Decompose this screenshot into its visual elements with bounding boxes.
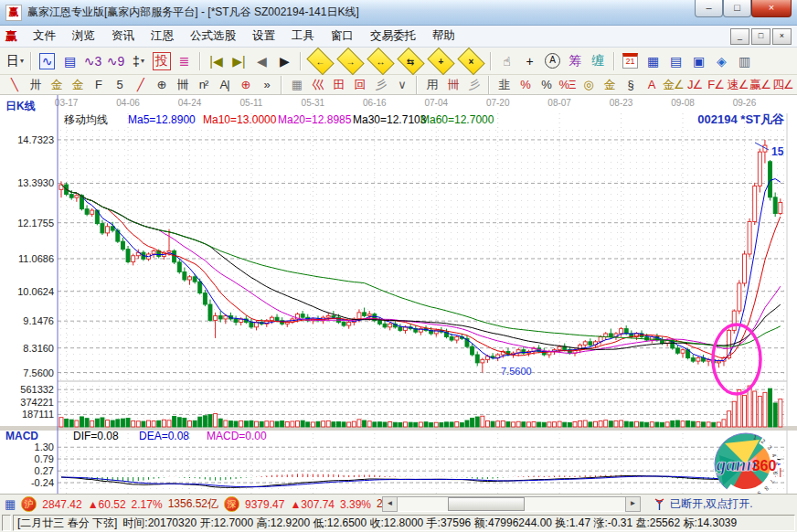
menu-item-7[interactable]: 窗口 (323, 27, 362, 45)
j-angle-icon[interactable]: J∠ (685, 76, 705, 93)
chip-distribution-icon[interactable]: 筹 (565, 50, 586, 71)
pan-hand-icon[interactable]: ☝ (496, 50, 517, 71)
speed-rays-icon[interactable]: 巛 (308, 76, 327, 93)
dropdown-arrow-icon[interactable]: ▾ (141, 57, 144, 65)
f-angle-icon[interactable]: F∠ (707, 76, 726, 93)
box-grid-icon[interactable]: ▦ (287, 76, 306, 93)
volume-bar (455, 421, 459, 427)
scroll-right-button[interactable]: ► (625, 496, 641, 512)
calendar-grid-icon[interactable]: ▦ (5, 497, 16, 511)
a-shape-icon[interactable]: A (642, 76, 661, 93)
menu-item-1[interactable]: 浏览 (64, 27, 103, 45)
menu-item-3[interactable]: 江恩 (143, 27, 182, 45)
network-quotes-icon[interactable]: ◈ (711, 50, 732, 71)
zoom-right-icon[interactable]: → (336, 47, 364, 74)
menu-item-5[interactable]: 设置 (244, 27, 283, 45)
period-day-selector-icon[interactable]: 日▾ (5, 50, 26, 71)
golden-circle-icon[interactable]: ◎ (579, 76, 598, 93)
jump-start-icon[interactable]: |◀ (206, 50, 227, 71)
kline-chart[interactable]: 03-1704-0604-2405-1105-3106-1607-0407-20… (0, 95, 797, 494)
gold-angle-icon[interactable]: 金∠ (663, 76, 684, 93)
mdi-restore-button[interactable]: □ (751, 28, 770, 45)
volume-bar (198, 417, 202, 427)
chart-region[interactable]: 03-1704-0604-2405-1105-3106-1607-0407-20… (0, 95, 797, 494)
brush-tool-icon[interactable]: § (621, 76, 640, 93)
zoom-lens-icon[interactable]: A (542, 50, 563, 71)
scroll-left-button[interactable]: ◄ (382, 496, 398, 512)
mdi-minimize-button[interactable]: _ (730, 28, 749, 45)
info-note-icon[interactable]: ▤ (59, 50, 80, 71)
scrollbar-thumb[interactable] (448, 497, 525, 511)
horizontal-scrollbar[interactable]: ◄ ► (382, 497, 641, 512)
volume-bar (342, 422, 345, 427)
check-lines-icon[interactable]: ∨ (392, 76, 411, 93)
zoom-horizontal-icon[interactable]: ↔ (367, 47, 394, 74)
golden-section-b-icon[interactable]: 金 (68, 76, 87, 93)
golden-section-a-icon[interactable]: 金 (47, 76, 66, 93)
save-disk-icon[interactable]: ▣ (688, 50, 709, 71)
k-pattern-settings-icon[interactable]: 投 (151, 50, 172, 71)
zoom-left-icon[interactable]: ← (306, 47, 334, 74)
menu-item-6[interactable]: 工具 (283, 27, 323, 45)
menu-item-0[interactable]: 文件 (25, 27, 64, 45)
mdi-close-button[interactable]: × (772, 28, 792, 45)
memo-pad-icon[interactable]: ▤ (665, 50, 686, 71)
n-square-icon[interactable]: n² (194, 76, 213, 93)
percent-line-icon[interactable]: % (537, 76, 556, 93)
printer-icon[interactable]: ▥ (734, 50, 755, 71)
draw-pencil-icon[interactable]: ╲ (5, 76, 24, 93)
chan-lines-icon[interactable]: 缠 (588, 50, 609, 71)
volume-profile-icon[interactable]: 韭 (494, 76, 514, 93)
sh-index-value: 2847.42 (42, 498, 81, 511)
connection-text[interactable]: 已断开,双点打开. (670, 496, 753, 512)
wave-9-chart-icon[interactable]: ∿9 (105, 50, 126, 71)
maximize-button[interactable]: □ (723, 0, 751, 17)
swap-view-icon[interactable]: ⇆ (397, 47, 424, 74)
golden-levels-icon[interactable]: 金 (600, 76, 619, 93)
grid-red-icon[interactable]: 卌 (443, 76, 462, 93)
menu-item-4[interactable]: 公式选股 (182, 27, 244, 45)
percent-levels-icon[interactable]: %Ξ (558, 76, 577, 93)
speed-angle-icon[interactable]: 速∠ (728, 76, 749, 93)
compress-all-icon[interactable]: × (457, 47, 484, 74)
dropdown-arrow-icon[interactable]: ▾ (20, 57, 24, 65)
menu-item-2[interactable]: 资讯 (103, 27, 143, 45)
expand-all-icon[interactable]: + (427, 47, 454, 74)
fibonacci-f-icon[interactable]: F (89, 76, 108, 93)
four-angle-icon[interactable]: 四∠ (772, 76, 793, 93)
cycle-circle-icon[interactable]: ⊕ (152, 76, 171, 93)
grid-dark-icon[interactable]: 用 (422, 76, 441, 93)
step-forward-icon[interactable]: ▶ (274, 50, 295, 71)
menu-item-8[interactable]: 交易委托 (362, 27, 424, 45)
ray-fan-icon[interactable]: 彡 (371, 76, 390, 93)
connection-status: 已断开,双点打开. (641, 496, 797, 512)
gann-grid-icon[interactable]: 田 (329, 76, 348, 93)
ray-fan-2-icon[interactable]: 彡 (464, 76, 484, 93)
minimize-button[interactable]: – (695, 0, 723, 17)
color-histogram-icon[interactable]: ≣ (174, 50, 195, 71)
crosshair-icon[interactable]: + (519, 50, 540, 71)
spiral-tool-icon[interactable]: 5 (110, 76, 129, 93)
wave-3-chart-icon[interactable]: ∿3 (82, 50, 103, 71)
golden-section-b-glyph: 金 (72, 77, 83, 93)
percent-line-red-icon[interactable]: % (515, 76, 535, 93)
time-grid-icon[interactable]: 卌 (173, 76, 192, 93)
win-angle-icon[interactable]: 赢∠ (749, 76, 770, 93)
calendar-icon[interactable]: 21 (620, 50, 641, 71)
menu-item-9[interactable]: 帮助 (424, 27, 463, 45)
calculator-icon[interactable]: ▦ (643, 50, 664, 71)
zigzag-overlay-icon[interactable]: ∿ (37, 50, 58, 71)
mini-pencil-icon[interactable]: ╱ (131, 76, 150, 93)
candle-style-icon[interactable]: ‡▾ (128, 50, 149, 71)
angle-mirror-icon[interactable]: A| (215, 76, 234, 93)
gann-wheel-icon[interactable]: ⊕ (236, 76, 255, 93)
scrollbar-track[interactable] (398, 496, 625, 512)
square-spiral-icon[interactable]: 回 (350, 76, 369, 93)
gann-lines-icon[interactable]: 卅 (26, 76, 45, 93)
candle-body (383, 324, 387, 327)
volume-bar (547, 422, 551, 427)
step-back-icon[interactable]: ◀ (251, 50, 272, 71)
close-button[interactable]: × (751, 0, 792, 17)
more-tools-icon[interactable]: » (257, 76, 276, 93)
jump-end-icon[interactable]: ▶| (228, 50, 250, 71)
